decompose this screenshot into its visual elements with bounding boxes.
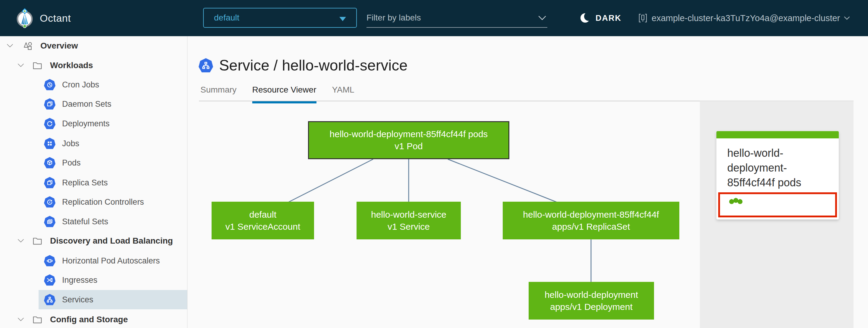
- app-title: Octant: [40, 0, 71, 36]
- octant-logo-icon: [15, 8, 34, 28]
- folder-icon: [31, 235, 43, 247]
- moon-icon: [581, 12, 591, 24]
- sidebar-item-horizontal-pod-autoscalers[interactable]: Horizontal Pod Autoscalers: [38, 251, 187, 270]
- cluster-icon: [638, 12, 647, 24]
- chevron-down-icon[interactable]: [7, 44, 13, 48]
- ingresses-icon: [44, 274, 56, 286]
- chevron-down-icon[interactable]: [18, 239, 24, 243]
- replica-sets-icon: [44, 177, 56, 188]
- cluster-context-menu[interactable]: example-cluster-ka3TuTzYo4a@example-clus…: [638, 0, 849, 36]
- sidebar-item-ingresses[interactable]: Ingresses: [38, 270, 187, 290]
- sidebar-group-workloads[interactable]: Workloads: [0, 56, 187, 75]
- label-filter-input[interactable]: [367, 9, 529, 27]
- pod-status-dots: [729, 199, 743, 204]
- theme-toggle-label: DARK: [595, 13, 621, 23]
- hpa-icon: [44, 255, 56, 267]
- node-detail-panel: hello-world-deployment-85ff4cf44f pods: [700, 101, 854, 328]
- graph-node-deployment[interactable]: hello-world-deployment apps/v1 Deploymen…: [529, 282, 654, 320]
- card-status-bar: [716, 131, 839, 138]
- sidebar-item-stateful-sets[interactable]: Stateful Sets: [38, 212, 187, 231]
- namespace-select[interactable]: default: [203, 8, 357, 28]
- sidebar-item-services[interactable]: Services: [38, 290, 187, 309]
- services-icon: [44, 294, 56, 305]
- stateful-sets-icon: [44, 216, 56, 227]
- card-title: hello-world-deployment-85ff4cf44f pods: [716, 138, 839, 190]
- sidebar-item-replication-controllers[interactable]: Replication Controllers: [38, 192, 187, 212]
- graph-node-service[interactable]: hello-world-service v1 Service: [356, 202, 461, 239]
- jobs-icon: [44, 138, 56, 149]
- overview-icon: [22, 40, 34, 52]
- daemon-sets-icon: [44, 98, 56, 110]
- chevron-down-icon[interactable]: [18, 63, 24, 67]
- pod-ok-dot: [738, 199, 743, 204]
- folder-icon: [31, 59, 43, 71]
- sidebar-item-jobs[interactable]: Jobs: [38, 134, 187, 153]
- pod-status-highlight-box[interactable]: [718, 192, 837, 217]
- sidebar-item-daemon-sets[interactable]: Daemon Sets: [38, 94, 187, 114]
- cluster-context-label: example-cluster-ka3TuTzYo4a@example-clus…: [652, 13, 840, 23]
- graph-node-serviceaccount[interactable]: default v1 ServiceAccount: [212, 202, 314, 239]
- cluster-caret-icon: [844, 17, 849, 20]
- namespace-value: default: [214, 13, 239, 23]
- sidebar-item-deployments[interactable]: Deployments: [38, 114, 187, 133]
- replication-controllers-icon: [44, 196, 56, 208]
- scroll-gutter[interactable]: [854, 36, 868, 328]
- sidebar-item-replica-sets[interactable]: Replica Sets: [38, 173, 187, 192]
- pod-ok-dot: [729, 199, 734, 204]
- sidebar-item-cron-jobs[interactable]: Cron Jobs: [38, 75, 187, 94]
- label-filter: [367, 9, 547, 28]
- chevron-down-icon[interactable]: [18, 318, 24, 322]
- folder-icon: [31, 314, 43, 326]
- deployments-icon: [44, 118, 56, 129]
- sidebar-nav: Overview Workloads Cron Jobs Daemon Sets…: [0, 36, 187, 328]
- app-header: Octant default DARK example-cluster-ka3T…: [0, 0, 868, 36]
- page-title: Service / hello-world-service: [219, 57, 407, 74]
- sidebar-group-discovery-and-load-balancing[interactable]: Discovery and Load Balancing: [0, 231, 187, 250]
- graph-node-pod[interactable]: hello-world-deployment-85ff4cf44f pods v…: [308, 121, 509, 159]
- filter-chevron-icon[interactable]: [538, 16, 546, 21]
- graph-node-replicaset[interactable]: hello-world-deployment-85ff4cf44f apps/v…: [503, 202, 679, 239]
- namespace-caret-icon: [339, 17, 346, 21]
- service-resource-icon: [198, 58, 213, 73]
- sidebar-item-pods[interactable]: Pods: [38, 153, 187, 173]
- cron-jobs-icon: [44, 79, 56, 90]
- pod-status-card: hello-world-deployment-85ff4cf44f pods: [716, 131, 839, 219]
- pods-icon: [44, 157, 56, 169]
- sidebar-group-config-and-storage[interactable]: Config and Storage: [0, 310, 187, 328]
- theme-toggle[interactable]: DARK: [581, 0, 621, 36]
- sidebar-item-overview[interactable]: Overview: [0, 36, 187, 56]
